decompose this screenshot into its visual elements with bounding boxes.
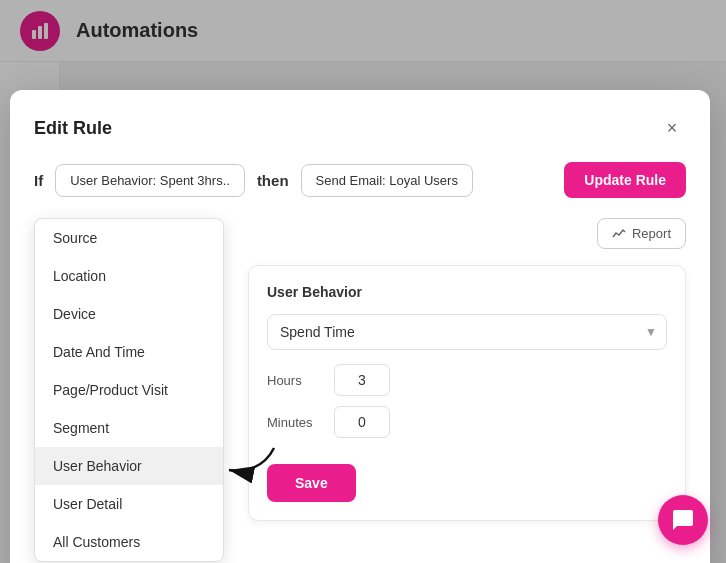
dropdown-item-date-time[interactable]: Date And Time <box>35 333 223 371</box>
behavior-select[interactable]: Spend Time Page Visit Click Scroll <box>267 314 667 350</box>
modal-title: Edit Rule <box>34 118 112 139</box>
then-label: then <box>257 172 289 189</box>
hours-label: Hours <box>267 373 322 388</box>
dropdown-item-user-behavior[interactable]: User Behavior <box>35 447 223 485</box>
dropdown-item-user-detail[interactable]: User Detail <box>35 485 223 523</box>
rule-row: If User Behavior: Spent 3hrs.. then Send… <box>34 162 686 198</box>
save-button[interactable]: Save <box>267 464 356 502</box>
section-title: User Behavior <box>267 284 667 300</box>
if-label: If <box>34 172 43 189</box>
dropdown-item-segment[interactable]: Segment <box>35 409 223 447</box>
modal-close-button[interactable]: × <box>658 114 686 142</box>
dropdown-item-location[interactable]: Location <box>35 257 223 295</box>
report-button[interactable]: Report <box>597 218 686 249</box>
edit-rule-modal: Edit Rule × If User Behavior: Spent 3hrs… <box>10 90 710 563</box>
dropdown-item-source[interactable]: Source <box>35 219 223 257</box>
update-rule-button[interactable]: Update Rule <box>564 162 686 198</box>
chat-icon <box>671 508 695 532</box>
minutes-label: Minutes <box>267 415 322 430</box>
condition-button[interactable]: User Behavior: Spent 3hrs.. <box>55 164 245 197</box>
user-behavior-section: User Behavior Spend Time Page Visit Clic… <box>248 265 686 521</box>
minutes-input[interactable] <box>334 406 390 438</box>
condition-dropdown: Source Location Device Date And Time Pag… <box>34 218 224 562</box>
dropdown-item-all-customers[interactable]: All Customers <box>35 523 223 561</box>
spend-time-select-wrapper: Spend Time Page Visit Click Scroll ▼ <box>267 314 667 350</box>
chat-bubble-button[interactable] <box>658 495 708 545</box>
right-panel: Report User Behavior Spend Time Page Vis… <box>240 218 686 562</box>
modal-body: Source Location Device Date And Time Pag… <box>34 218 686 562</box>
dropdown-item-device[interactable]: Device <box>35 295 223 333</box>
hours-input[interactable] <box>334 364 390 396</box>
report-row: Report <box>248 218 686 249</box>
report-icon <box>612 227 626 241</box>
minutes-row: Minutes <box>267 406 667 438</box>
dropdown-item-page-product[interactable]: Page/Product Visit <box>35 371 223 409</box>
modal-header: Edit Rule × <box>34 114 686 142</box>
hours-row: Hours <box>267 364 667 396</box>
action-button[interactable]: Send Email: Loyal Users <box>301 164 473 197</box>
